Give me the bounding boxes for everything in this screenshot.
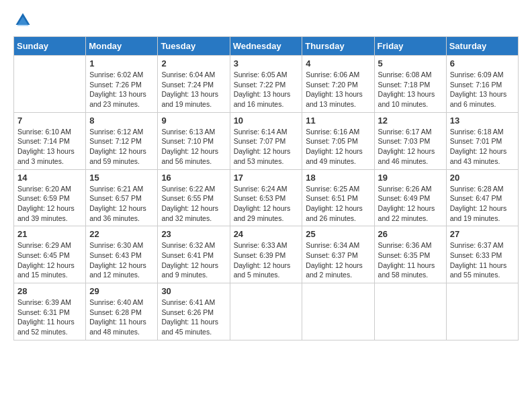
day-number: 8 xyxy=(89,116,154,126)
daylight-text: Daylight: 13 hours and 23 minutes. xyxy=(89,90,146,108)
sunset-text: Sunset: 6:53 PM xyxy=(234,194,286,202)
sunrise-text: Sunrise: 6:40 AM xyxy=(89,298,143,306)
calendar-cell: 26 Sunrise: 6:36 AM Sunset: 6:35 PM Dayl… xyxy=(374,226,446,283)
cell-content: Sunrise: 6:21 AM Sunset: 6:57 PM Dayligh… xyxy=(89,184,154,224)
calendar-header-row: SundayMondayTuesdayWednesdayThursdayFrid… xyxy=(14,37,519,56)
day-number: 4 xyxy=(306,58,370,68)
day-number: 5 xyxy=(378,58,443,68)
day-number: 25 xyxy=(306,229,370,239)
sunset-text: Sunset: 7:20 PM xyxy=(306,81,358,89)
sunset-text: Sunset: 7:18 PM xyxy=(378,81,431,89)
sunrise-text: Sunrise: 6:14 AM xyxy=(234,128,287,136)
calendar-week-row: 28 Sunrise: 6:39 AM Sunset: 6:31 PM Dayl… xyxy=(14,283,519,340)
day-number: 27 xyxy=(450,229,515,239)
daylight-text: Daylight: 12 hours and 26 minutes. xyxy=(306,204,363,222)
cell-content: Sunrise: 6:16 AM Sunset: 7:05 PM Dayligh… xyxy=(306,127,370,167)
sunrise-text: Sunrise: 6:18 AM xyxy=(450,128,504,136)
cell-content: Sunrise: 6:18 AM Sunset: 7:01 PM Dayligh… xyxy=(450,127,515,167)
day-number: 18 xyxy=(306,173,370,183)
calendar-cell: 6 Sunrise: 6:09 AM Sunset: 7:16 PM Dayli… xyxy=(446,56,518,113)
cell-content: Sunrise: 6:32 AM Sunset: 6:41 PM Dayligh… xyxy=(161,240,226,280)
cell-content: Sunrise: 6:29 AM Sunset: 6:45 PM Dayligh… xyxy=(17,240,82,280)
calendar-cell xyxy=(14,56,86,113)
sunset-text: Sunset: 6:59 PM xyxy=(17,194,70,202)
sunrise-text: Sunrise: 6:12 AM xyxy=(89,128,143,136)
sunset-text: Sunset: 6:26 PM xyxy=(161,308,214,316)
calendar-cell: 15 Sunrise: 6:21 AM Sunset: 6:57 PM Dayl… xyxy=(86,169,158,226)
sunrise-text: Sunrise: 6:32 AM xyxy=(161,241,215,249)
sunset-text: Sunset: 6:49 PM xyxy=(378,194,431,202)
calendar-cell: 8 Sunrise: 6:12 AM Sunset: 7:12 PM Dayli… xyxy=(86,112,158,169)
calendar-cell: 17 Sunrise: 6:24 AM Sunset: 6:53 PM Dayl… xyxy=(230,169,302,226)
daylight-text: Daylight: 12 hours and 29 minutes. xyxy=(234,204,291,222)
day-number: 30 xyxy=(161,286,226,296)
sunrise-text: Sunrise: 6:25 AM xyxy=(306,185,359,193)
calendar-cell: 7 Sunrise: 6:10 AM Sunset: 7:14 PM Dayli… xyxy=(14,112,86,169)
cell-content: Sunrise: 6:14 AM Sunset: 7:07 PM Dayligh… xyxy=(234,127,299,167)
daylight-text: Daylight: 12 hours and 56 minutes. xyxy=(161,147,218,165)
calendar-cell: 30 Sunrise: 6:41 AM Sunset: 6:26 PM Dayl… xyxy=(158,283,230,340)
calendar-week-row: 14 Sunrise: 6:20 AM Sunset: 6:59 PM Dayl… xyxy=(14,169,519,226)
daylight-text: Daylight: 11 hours and 45 minutes. xyxy=(161,318,218,336)
cell-content: Sunrise: 6:02 AM Sunset: 7:26 PM Dayligh… xyxy=(89,70,154,109)
cell-content: Sunrise: 6:10 AM Sunset: 7:14 PM Dayligh… xyxy=(17,127,82,167)
day-number: 26 xyxy=(378,229,443,239)
cell-content: Sunrise: 6:41 AM Sunset: 6:26 PM Dayligh… xyxy=(161,298,226,337)
calendar-week-row: 1 Sunrise: 6:02 AM Sunset: 7:26 PM Dayli… xyxy=(14,56,519,113)
daylight-text: Daylight: 12 hours and 9 minutes. xyxy=(161,261,218,279)
sunset-text: Sunset: 7:14 PM xyxy=(17,137,70,145)
weekday-header: Tuesday xyxy=(158,37,230,56)
sunrise-text: Sunrise: 6:09 AM xyxy=(450,71,504,79)
calendar-cell xyxy=(446,283,518,340)
sunrise-text: Sunrise: 6:37 AM xyxy=(450,241,504,249)
sunset-text: Sunset: 7:26 PM xyxy=(89,81,142,89)
sunset-text: Sunset: 7:24 PM xyxy=(161,81,214,89)
weekday-header: Friday xyxy=(374,37,446,56)
logo-icon xyxy=(13,11,32,30)
sunset-text: Sunset: 7:10 PM xyxy=(161,137,214,145)
sunset-text: Sunset: 7:16 PM xyxy=(450,81,502,89)
day-number: 1 xyxy=(89,58,154,68)
cell-content: Sunrise: 6:13 AM Sunset: 7:10 PM Dayligh… xyxy=(161,127,226,167)
sunset-text: Sunset: 6:45 PM xyxy=(17,251,70,259)
calendar-cell: 24 Sunrise: 6:33 AM Sunset: 6:39 PM Dayl… xyxy=(230,226,302,283)
cell-content: Sunrise: 6:04 AM Sunset: 7:24 PM Dayligh… xyxy=(161,70,226,109)
day-number: 20 xyxy=(450,173,515,183)
sunset-text: Sunset: 6:39 PM xyxy=(234,251,286,259)
sunrise-text: Sunrise: 6:05 AM xyxy=(234,71,287,79)
daylight-text: Daylight: 11 hours and 52 minutes. xyxy=(17,318,75,336)
daylight-text: Daylight: 13 hours and 10 minutes. xyxy=(378,90,435,108)
day-number: 29 xyxy=(89,286,154,296)
daylight-text: Daylight: 12 hours and 5 minutes. xyxy=(234,261,291,279)
sunset-text: Sunset: 6:47 PM xyxy=(450,194,502,202)
daylight-text: Daylight: 12 hours and 46 minutes. xyxy=(378,147,435,165)
cell-content: Sunrise: 6:17 AM Sunset: 7:03 PM Dayligh… xyxy=(378,127,443,167)
calendar-cell: 5 Sunrise: 6:08 AM Sunset: 7:18 PM Dayli… xyxy=(374,56,446,113)
sunrise-text: Sunrise: 6:26 AM xyxy=(378,185,432,193)
weekday-header: Wednesday xyxy=(230,37,302,56)
day-number: 23 xyxy=(161,229,226,239)
sunset-text: Sunset: 6:41 PM xyxy=(161,251,214,259)
weekday-header: Saturday xyxy=(446,37,518,56)
calendar-cell: 28 Sunrise: 6:39 AM Sunset: 6:31 PM Dayl… xyxy=(14,283,86,340)
calendar-cell: 22 Sunrise: 6:30 AM Sunset: 6:43 PM Dayl… xyxy=(86,226,158,283)
calendar-cell: 11 Sunrise: 6:16 AM Sunset: 7:05 PM Dayl… xyxy=(302,112,374,169)
daylight-text: Daylight: 13 hours and 19 minutes. xyxy=(161,90,218,108)
daylight-text: Daylight: 12 hours and 59 minutes. xyxy=(89,147,146,165)
daylight-text: Daylight: 13 hours and 3 minutes. xyxy=(17,147,75,165)
calendar-cell: 29 Sunrise: 6:40 AM Sunset: 6:28 PM Dayl… xyxy=(86,283,158,340)
daylight-text: Daylight: 13 hours and 6 minutes. xyxy=(450,90,507,108)
cell-content: Sunrise: 6:25 AM Sunset: 6:51 PM Dayligh… xyxy=(306,184,370,224)
calendar-cell: 10 Sunrise: 6:14 AM Sunset: 7:07 PM Dayl… xyxy=(230,112,302,169)
sunrise-text: Sunrise: 6:39 AM xyxy=(17,298,71,306)
calendar-cell: 16 Sunrise: 6:22 AM Sunset: 6:55 PM Dayl… xyxy=(158,169,230,226)
sunset-text: Sunset: 6:33 PM xyxy=(450,251,502,259)
logo xyxy=(13,11,35,30)
page-header xyxy=(13,11,519,30)
sunrise-text: Sunrise: 6:20 AM xyxy=(17,185,71,193)
calendar-cell: 20 Sunrise: 6:28 AM Sunset: 6:47 PM Dayl… xyxy=(446,169,518,226)
daylight-text: Daylight: 12 hours and 22 minutes. xyxy=(378,204,435,222)
cell-content: Sunrise: 6:26 AM Sunset: 6:49 PM Dayligh… xyxy=(378,184,443,224)
calendar-cell: 1 Sunrise: 6:02 AM Sunset: 7:26 PM Dayli… xyxy=(86,56,158,113)
sunrise-text: Sunrise: 6:16 AM xyxy=(306,128,359,136)
